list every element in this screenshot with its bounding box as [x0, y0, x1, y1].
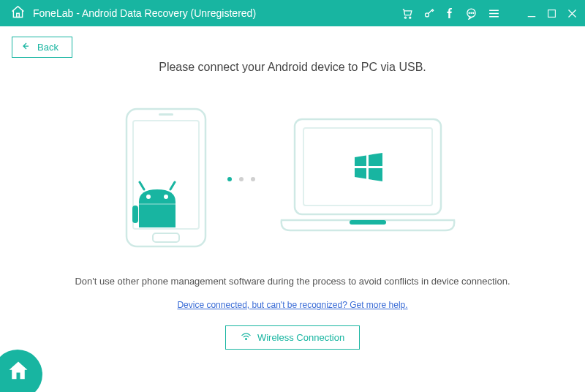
- svg-point-2: [410, 17, 411, 18]
- svg-rect-0: [17, 13, 20, 17]
- laptop-illustration: [273, 112, 463, 246]
- main-content: Please connect your Android device to PC…: [0, 58, 585, 350]
- dot: [227, 177, 232, 181]
- svg-point-3: [426, 12, 429, 16]
- titlebar-left: FoneLab - Android Data Recovery (Unregis…: [10, 4, 401, 23]
- dot: [239, 177, 244, 181]
- titlebar-actions: [401, 7, 578, 20]
- svg-rect-20: [303, 128, 432, 206]
- svg-rect-19: [295, 119, 441, 214]
- svg-rect-8: [548, 10, 556, 17]
- svg-rect-18: [132, 206, 138, 223]
- svg-point-14: [164, 195, 168, 199]
- home-fab-button[interactable]: [0, 350, 42, 392]
- svg-point-6: [471, 12, 472, 13]
- maximize-icon[interactable]: [547, 9, 556, 18]
- svg-line-16: [170, 182, 175, 189]
- svg-point-1: [404, 17, 406, 18]
- svg-point-7: [473, 12, 474, 13]
- devices-illustration: [29, 105, 556, 254]
- svg-rect-11: [153, 233, 179, 242]
- svg-point-5: [469, 12, 469, 13]
- menu-icon[interactable]: [488, 7, 500, 20]
- home-icon[interactable]: [10, 4, 26, 23]
- back-arrow-icon: [21, 42, 31, 53]
- back-button[interactable]: Back: [12, 37, 72, 58]
- app-title: FoneLab - Android Data Recovery (Unregis…: [33, 7, 256, 19]
- titlebar: FoneLab - Android Data Recovery (Unregis…: [0, 0, 585, 26]
- back-label: Back: [37, 42, 58, 53]
- cart-icon[interactable]: [401, 7, 413, 20]
- minimize-icon[interactable]: [526, 8, 537, 18]
- help-link[interactable]: Device connected, but can't be recognize…: [177, 300, 407, 310]
- svg-rect-21: [350, 220, 386, 225]
- warning-text: Don't use other phone management softwar…: [29, 276, 556, 287]
- key-icon[interactable]: [423, 8, 434, 19]
- svg-rect-12: [159, 113, 173, 116]
- close-icon[interactable]: [567, 8, 578, 19]
- phone-illustration: [122, 105, 210, 254]
- wireless-connection-button[interactable]: Wireless Connection: [225, 325, 360, 350]
- wireless-label: Wireless Connection: [257, 332, 344, 343]
- svg-point-22: [245, 339, 246, 340]
- feedback-icon[interactable]: [465, 7, 478, 20]
- connection-dots: [227, 177, 255, 181]
- wifi-icon: [241, 332, 252, 343]
- instruction-text: Please connect your Android device to PC…: [29, 61, 556, 74]
- dot: [251, 177, 255, 181]
- svg-line-15: [140, 182, 144, 189]
- svg-rect-17: [139, 203, 176, 205]
- facebook-icon[interactable]: [445, 8, 455, 18]
- svg-point-13: [146, 195, 151, 199]
